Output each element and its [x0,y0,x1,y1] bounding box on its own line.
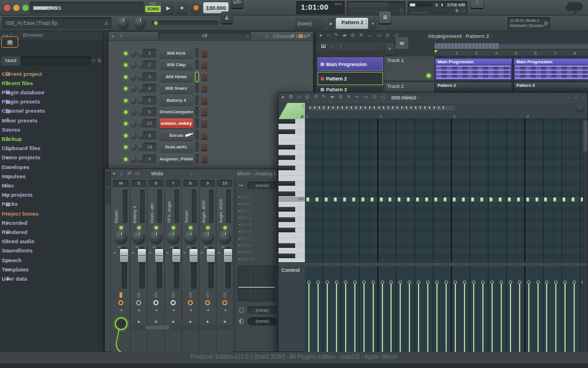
browser-item-recorded[interactable]: ≈Recorded [0,218,103,227]
playlist-tab-pat[interactable]: ШPAT [396,37,408,49]
stereo-sep-control[interactable]: ▴▾ [153,245,156,248]
note-c5-12[interactable] [407,197,410,202]
velocity-stem-10[interactable] [390,283,392,352]
add-pattern-button[interactable]: + [369,18,377,29]
black-key[interactable] [278,166,305,171]
velocity-head-22[interactable] [500,281,503,284]
white-key[interactable] [278,171,305,176]
channel-select-indicator[interactable] [195,72,199,82]
note-c5-26[interactable] [535,197,539,202]
channel-select-indicator[interactable] [195,107,199,117]
white-key[interactable] [278,238,305,243]
record-button[interactable] [189,2,202,14]
note-c5-18[interactable] [462,197,465,202]
channel-pan-knob[interactable] [130,156,137,162]
focused-pattern-menu[interactable]: (none) ▸ [295,18,325,29]
note-c5-17[interactable] [452,197,456,202]
step-16[interactable] [202,49,207,57]
channel-button-augmen-piano[interactable]: Augmen..PIANO [160,154,193,164]
track-header-track-2[interactable]: Track 2 [384,82,434,93]
velocity-stem-12[interactable] [409,283,410,352]
velocity-head-5[interactable] [344,281,347,284]
mixer-track-number[interactable]: 8 [183,180,198,187]
velocity-stem-21[interactable] [492,283,493,352]
shuffle-slider-handle[interactable] [154,21,157,25]
browser-item-clipboard-files[interactable]: ▭Clipboard files [0,144,103,153]
mixer-pan-knob[interactable] [167,231,180,244]
clip-main-progression[interactable]: Main Progression [435,58,512,80]
record-arm-ring[interactable] [118,300,123,305]
velocity-head-2[interactable] [316,281,320,284]
piano-roll-grid[interactable] [305,119,583,262]
mixer-track-led[interactable] [223,226,227,229]
velocity-stem-1[interactable] [308,283,310,352]
browser-item-misc[interactable]: ▭Misc [0,181,103,190]
browser-item-user-data[interactable]: ♟User data [0,274,103,283]
browser-item-rendered[interactable]: ≣Rendered [0,227,103,236]
rack-menu-icon[interactable]: ▸ [112,34,114,39]
piano-roll-menu-icon[interactable]: ▸ [282,94,285,99]
note-c5-10[interactable] [388,197,392,202]
channel-enable-led[interactable] [124,145,127,149]
velocity-stem-13[interactable] [418,283,419,352]
volume-fader-handle[interactable] [172,249,180,262]
white-key[interactable] [278,150,305,155]
velocity-stem-18[interactable] [464,283,465,352]
channel-pan-knob[interactable] [130,62,137,68]
piano-roll-draw-icon[interactable]: ✎ [322,94,326,99]
channel-select-indicator[interactable] [195,118,199,128]
velocity-head-1[interactable] [307,281,311,284]
routing-knob[interactable] [115,317,127,330]
note-c5-4[interactable] [334,197,337,202]
velocity-stem-8[interactable] [373,283,374,352]
browser-item-speech[interactable]: ▭Speech [0,255,103,264]
route-to-master-arrow[interactable]: ▲ [206,319,210,323]
stereo-sep-control[interactable]: ▴▾ [222,245,225,248]
mixer-layout-icon[interactable]: ▭ [135,170,140,176]
note-c5-7[interactable] [361,197,365,202]
channel-button-808-snare[interactable]: 808 Snare [160,83,193,93]
white-key[interactable] [278,135,305,140]
note-c5-14[interactable] [425,197,428,202]
channel-number[interactable]: 9 [143,155,156,163]
mixer-scrollbar[interactable]: ‹› [130,325,234,330]
channel-number[interactable]: 5 [143,96,156,105]
project-title-field[interactable]: ISB_At Ease (Trap).flp ◭ [2,17,111,29]
mixer-track-led[interactable] [172,226,175,229]
black-key[interactable] [278,155,305,160]
velocity-stem-5[interactable] [345,283,346,352]
velocity-stem-15[interactable] [436,283,438,352]
velocity-head-21[interactable] [490,281,494,284]
velocity-head-17[interactable] [454,281,457,284]
white-key[interactable] [278,140,305,145]
channel-select-indicator[interactable] [195,154,199,164]
playhead-marker[interactable] [435,50,438,53]
time-dropdown[interactable]: (none) [247,306,277,314]
folder-icon[interactable]: ▭ [91,57,96,63]
velocity-stem-7[interactable] [363,283,365,352]
mixer-pan-knob[interactable] [133,231,145,244]
white-key[interactable] [278,233,305,238]
route-to-master-arrow[interactable]: ▲ [137,319,141,323]
rack-undo-icon[interactable]: ↰ [119,34,122,39]
black-key[interactable] [278,129,305,135]
mixer-slot-7[interactable]: ▸Slot 7 [238,235,278,241]
velocity-lane[interactable] [305,266,583,352]
step-16[interactable] [202,84,207,93]
add-track-button[interactable]: + [385,43,394,55]
pattern-selector[interactable]: Pattern 2 ▴▾ [336,18,368,29]
playlist-select-icon[interactable]: ▭ [377,32,382,38]
pan-arrows[interactable]: ◂▸ [183,251,186,254]
channel-button-sublabxl[interactable]: SubLabXL [160,142,193,152]
stereo-sep-control[interactable]: ▴▾ [170,245,173,248]
clip-main-progression[interactable]: Main Progression [513,58,588,80]
mixer-slot-2[interactable]: ▸Slot 2 [238,200,278,207]
black-key[interactable] [278,191,305,197]
step-16[interactable] [202,155,207,163]
piano-roll-zoom-icon[interactable]: ⊙ [372,94,377,99]
rack-filter-dropdown[interactable]: All ▸ [158,32,251,40]
black-key[interactable] [278,207,305,212]
velocity-head-26[interactable] [536,281,540,284]
channel-number[interactable]: 18 [143,143,156,151]
search-icon[interactable]: ⊙ [97,57,102,63]
